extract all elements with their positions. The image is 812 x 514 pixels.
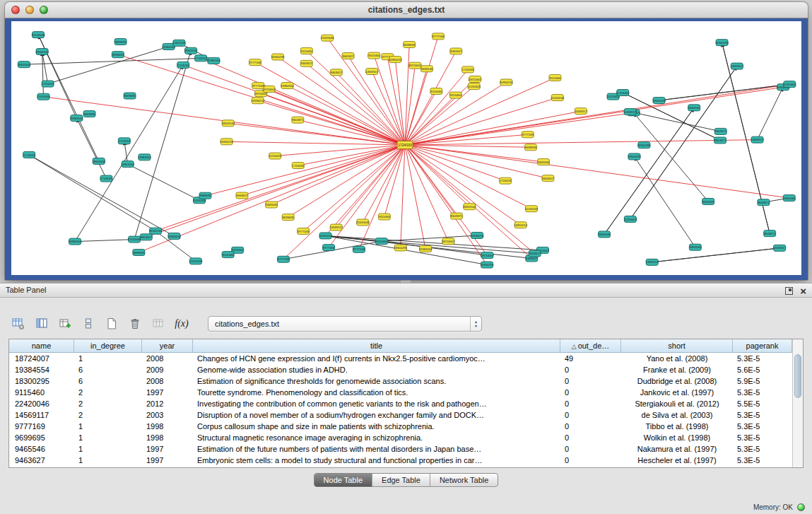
graph-node-label: 22420046 bbox=[32, 33, 45, 37]
graph-edge bbox=[183, 65, 405, 145]
cell-title: Disruption of a novel member of a sodium… bbox=[193, 409, 560, 421]
graph-node-label: 9699695 bbox=[283, 216, 295, 219]
graph-edge bbox=[382, 235, 477, 241]
column-header-label: name bbox=[32, 341, 52, 350]
graph-node-label: 9603871 bbox=[292, 118, 304, 122]
table-row[interactable]: 1938455462009Genome-wide association stu… bbox=[9, 364, 792, 375]
graph-edge bbox=[275, 145, 405, 156]
graph-node-label: 14569117 bbox=[365, 70, 379, 74]
row-selector-icon[interactable] bbox=[80, 315, 97, 332]
column-header-name[interactable]: name bbox=[9, 339, 74, 353]
new-table-icon[interactable] bbox=[103, 315, 120, 332]
graph-node-label: 9699695 bbox=[83, 112, 95, 116]
graph-edge bbox=[630, 112, 721, 132]
graph-edge bbox=[372, 71, 405, 145]
cell-name: 9115460 bbox=[9, 387, 74, 398]
float-panel-icon[interactable] bbox=[785, 287, 793, 295]
graph-edge bbox=[75, 240, 134, 242]
cell-pagerank: 5.3E-5 bbox=[733, 387, 792, 398]
cell-year: 2008 bbox=[142, 353, 193, 364]
table-row[interactable]: 946554611997Estimation of the future num… bbox=[9, 443, 792, 455]
column-header-title[interactable]: title bbox=[193, 339, 560, 353]
graph-edge bbox=[405, 145, 531, 147]
column-header-label: title bbox=[370, 341, 382, 350]
graph-node-label: 9115460 bbox=[450, 93, 462, 97]
graph-node-label: 19384554 bbox=[419, 247, 433, 251]
cell-title: Corpus callosum shape and size in male p… bbox=[193, 421, 560, 432]
cell-in_degree: 6 bbox=[74, 375, 142, 387]
graph-node-label: 18301542 bbox=[221, 122, 235, 125]
graph-node-label: 14569117 bbox=[575, 110, 588, 113]
graph-node-label: 9463627 bbox=[331, 71, 343, 74]
float-panel-inner bbox=[789, 288, 792, 291]
minimize-button[interactable] bbox=[25, 6, 34, 14]
table-settings-icon[interactable] bbox=[10, 315, 27, 332]
zoom-button[interactable] bbox=[40, 6, 48, 14]
tab-network-table[interactable]: Network Table bbox=[430, 474, 498, 486]
graph-edge bbox=[298, 120, 405, 145]
cell-out_degree: 49 bbox=[560, 353, 621, 364]
graph-node-label: 14569117 bbox=[330, 226, 343, 229]
graph-node-label: 9699695 bbox=[114, 40, 126, 44]
function-builder-icon[interactable]: f(x) bbox=[173, 315, 190, 332]
import-table-icon[interactable] bbox=[57, 315, 73, 332]
network-canvas[interactable]: 9115460224200461456911797771699699695946… bbox=[11, 21, 801, 275]
table-row[interactable]: 2242004622012Investigating the contribut… bbox=[9, 398, 792, 409]
graph-node-label: 9465546 bbox=[690, 245, 702, 249]
column-header-label: out_de… bbox=[578, 341, 610, 350]
table-scrollbar[interactable] bbox=[792, 339, 803, 467]
graph-edge bbox=[271, 145, 405, 205]
table-row[interactable]: 1872400712008Changes of HCN gene express… bbox=[9, 353, 792, 364]
table-row[interactable]: 1830029562008Estimation of significance … bbox=[9, 375, 792, 387]
graph-node-label: 9463627 bbox=[301, 62, 313, 65]
table-row[interactable]: 1456911722003Disruption of a novel membe… bbox=[9, 409, 792, 421]
table-row[interactable]: 946362711997Embryonic stem cells: a mode… bbox=[9, 455, 792, 466]
close-panel-icon[interactable]: × bbox=[800, 287, 806, 295]
close-button[interactable] bbox=[11, 6, 20, 14]
column-header-pagerank[interactable]: pagerank bbox=[733, 339, 792, 353]
memory-ok-led[interactable] bbox=[797, 503, 805, 511]
delete-table-icon[interactable] bbox=[126, 315, 143, 332]
column-header-out_degree[interactable]: △out_de… bbox=[560, 339, 621, 353]
table-row[interactable]: 969969511998Structural magnetic resonanc… bbox=[9, 432, 792, 443]
graph-node-label: 9463627 bbox=[542, 177, 554, 180]
column-header-year[interactable]: year bbox=[142, 339, 193, 353]
scrollbar-thumb[interactable] bbox=[794, 354, 801, 398]
show-columns-icon[interactable] bbox=[33, 315, 50, 332]
cell-short: Franke et al. (2009) bbox=[621, 364, 733, 375]
tab-edge-table[interactable]: Edge Table bbox=[372, 474, 430, 486]
graph-node-label: 1724033 bbox=[100, 177, 112, 180]
table-header-row: namein_degreeyeartitle△out_de…shortpager… bbox=[9, 339, 792, 353]
graph-edge bbox=[758, 87, 784, 139]
window-titlebar[interactable]: citations_edges.txt bbox=[5, 2, 808, 18]
tab-node-table[interactable]: Node Table bbox=[314, 474, 372, 486]
table-row[interactable]: 911546021997Tourette syndrome. Phenomeno… bbox=[9, 387, 792, 398]
graph-edge bbox=[405, 145, 531, 209]
cell-pagerank: 5.5E-5 bbox=[733, 398, 792, 409]
graph-node-label: 9777169 bbox=[298, 230, 310, 233]
cell-pagerank: 5.3E-5 bbox=[733, 421, 792, 432]
cell-name: 14569117 bbox=[9, 409, 74, 421]
table-row[interactable]: 977716911998Corpus callosum shape and si… bbox=[9, 421, 792, 432]
graph-edge bbox=[76, 118, 106, 178]
graph-edge bbox=[48, 47, 169, 84]
graph-node-label: 1724033 bbox=[195, 57, 207, 60]
network-view-frame: 9115460224200461456911797771699699695946… bbox=[5, 18, 808, 280]
graph-node-label: 14569117 bbox=[773, 246, 787, 250]
graph-edge bbox=[405, 112, 634, 145]
cell-name: 22420046 bbox=[9, 398, 74, 409]
combo-arrows-icon: ▲▼ bbox=[470, 317, 481, 331]
graph-node-label: 1724033 bbox=[23, 153, 35, 157]
graph-node-label: 14569117 bbox=[731, 64, 744, 68]
cell-in_degree: 1 bbox=[74, 353, 142, 364]
graph-node-label: 9115460 bbox=[301, 49, 313, 53]
column-header-in_degree[interactable]: in_degree bbox=[74, 339, 142, 353]
graph-node-label: 22420046 bbox=[172, 41, 186, 45]
cell-pagerank: 5.3E-5 bbox=[733, 455, 792, 466]
graph-edge bbox=[29, 155, 155, 231]
column-header-short[interactable]: short bbox=[621, 339, 733, 353]
network-table-select[interactable]: citations_edges.txt ▲▼ bbox=[208, 316, 482, 332]
cell-pagerank: 5.3E-5 bbox=[733, 353, 792, 364]
graph-node-label: 22420046 bbox=[321, 36, 334, 40]
cell-in_degree: 2 bbox=[74, 409, 142, 421]
